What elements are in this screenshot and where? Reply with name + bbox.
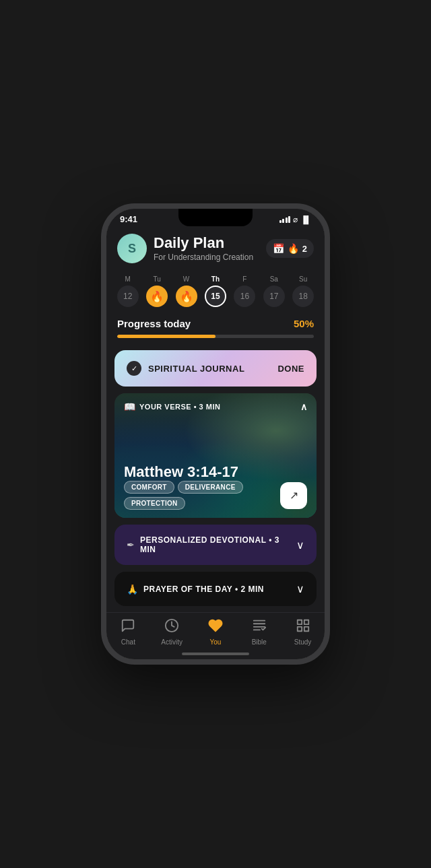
cal-circle-sat: 17 xyxy=(263,286,285,307)
cal-label-sun: Su xyxy=(299,275,307,283)
verse-title: Matthew 3:14-17 xyxy=(124,463,307,481)
nav-label-you: You xyxy=(210,638,222,646)
verse-tags-row: COMFORT DELIVERANCE PROTECTION ↗ xyxy=(124,481,307,510)
cal-label-tue: Tu xyxy=(153,275,160,283)
nav-item-activity[interactable]: Activity xyxy=(155,618,189,646)
devotional-card[interactable]: ✒ PERSONALIZED DEVOTIONAL • 3 MIN ∨ xyxy=(114,525,317,565)
prayer-card[interactable]: 🙏 PRAYER OF THE DAY • 2 MIN ∨ xyxy=(114,572,317,606)
progress-header: Progress today 50% xyxy=(117,318,314,329)
tag-deliverance: DELIVERANCE xyxy=(178,481,243,494)
chevron-down-icon: ∨ xyxy=(296,539,304,552)
cal-day-wed[interactable]: W 🔥 xyxy=(176,275,197,307)
cal-circle-sun: 18 xyxy=(292,286,314,307)
you-heart-icon xyxy=(208,618,223,636)
calendar-icon: 📅 xyxy=(273,243,284,254)
spiritual-journal-card[interactable]: ✓ SPIRITUAL JOURNAL DONE xyxy=(114,350,317,387)
battery-icon: ▐▌ xyxy=(300,215,311,224)
verse-arrow-button[interactable]: ↗ xyxy=(280,482,307,509)
cal-circle-wed: 🔥 xyxy=(176,286,197,307)
cards-container: ✓ SPIRITUAL JOURNAL DONE 📖 YOUR VERSE • … xyxy=(106,343,325,612)
page-title: Daily Plan xyxy=(154,235,253,251)
cal-day-thu[interactable]: Th 15 xyxy=(205,275,226,307)
book-icon: 📖 xyxy=(124,401,135,412)
chevron-up-icon[interactable]: ∧ xyxy=(300,401,307,412)
cal-day-sun[interactable]: Su 18 xyxy=(292,275,314,307)
progress-section: Progress today 50% xyxy=(106,310,325,343)
signal-bars-icon xyxy=(279,216,291,223)
status-time: 9:41 xyxy=(120,214,137,224)
nav-label-chat: Chat xyxy=(121,638,135,646)
cal-day-fri[interactable]: F 16 xyxy=(234,275,255,307)
nav-label-activity: Activity xyxy=(161,638,183,646)
header-title-block: Daily Plan For Understanding Creation xyxy=(154,235,253,261)
cal-label-wed: W xyxy=(183,275,189,283)
page-subtitle: For Understanding Creation xyxy=(154,253,253,262)
spiritual-title: SPIRITUAL JOURNAL xyxy=(148,364,244,374)
cal-label-mon: M xyxy=(125,275,131,283)
svg-rect-2 xyxy=(304,620,308,624)
study-icon xyxy=(296,618,310,636)
tag-protection: PROTECTION xyxy=(124,497,185,510)
scroll-content[interactable]: S Daily Plan For Understanding Creation … xyxy=(106,227,325,612)
prayer-title: PRAYER OF THE DAY • 2 MIN xyxy=(143,585,264,594)
cal-day-tue[interactable]: Tu 🔥 xyxy=(146,275,168,307)
verse-header-left: 📖 YOUR VERSE • 3 MIN xyxy=(124,401,220,412)
tag-comfort: COMFORT xyxy=(124,481,174,494)
prayer-hands-icon: 🙏 xyxy=(127,584,138,595)
cal-circle-thu: 15 xyxy=(205,286,226,307)
verse-content: 📖 YOUR VERSE • 3 MIN ∧ Matthew 3:14-17 C… xyxy=(114,393,317,518)
svg-rect-1 xyxy=(297,620,301,624)
verse-bottom: Matthew 3:14-17 COMFORT DELIVERANCE PROT… xyxy=(124,463,307,510)
check-icon: ✓ xyxy=(127,361,141,376)
cal-circle-mon: 12 xyxy=(117,286,139,307)
phone-screen: 9:41 ⌀ ▐▌ S Daily Plan xyxy=(106,209,325,659)
cal-circle-tue: 🔥 xyxy=(146,286,168,307)
bible-icon xyxy=(252,618,267,636)
activity-icon xyxy=(164,618,179,636)
header-left: S Daily Plan For Understanding Creation xyxy=(117,234,253,263)
progress-bar xyxy=(117,335,314,338)
nav-item-bible[interactable]: Bible xyxy=(242,618,276,646)
phone-shell: 9:41 ⌀ ▐▌ S Daily Plan xyxy=(101,203,330,665)
progress-label: Progress today xyxy=(117,318,191,329)
verse-header: 📖 YOUR VERSE • 3 MIN ∧ xyxy=(124,401,307,412)
prayer-left: 🙏 PRAYER OF THE DAY • 2 MIN xyxy=(127,584,264,595)
wifi-icon: ⌀ xyxy=(293,215,298,224)
cal-label-thu: Th xyxy=(211,275,220,283)
done-label: DONE xyxy=(277,364,304,374)
devotional-title: PERSONALIZED DEVOTIONAL • 3 MIN xyxy=(140,535,296,554)
nav-label-bible: Bible xyxy=(252,638,267,646)
chat-icon xyxy=(121,618,135,636)
nav-item-chat[interactable]: Chat xyxy=(111,618,145,646)
feather-icon: ✒ xyxy=(127,539,135,550)
home-indicator xyxy=(182,653,249,655)
streak-flame-icon: 🔥 xyxy=(288,243,299,254)
avatar[interactable]: S xyxy=(117,234,147,263)
streak-badge[interactable]: 📅 🔥 2 xyxy=(266,239,314,258)
nav-item-you[interactable]: You xyxy=(199,618,232,646)
header: S Daily Plan For Understanding Creation … xyxy=(106,227,325,271)
verse-tags: COMFORT DELIVERANCE PROTECTION xyxy=(124,481,275,510)
cal-label-fri: F xyxy=(242,275,246,283)
cal-day-sat[interactable]: Sa 17 xyxy=(263,275,285,307)
cal-label-sat: Sa xyxy=(270,275,278,283)
progress-percent: 50% xyxy=(294,318,314,329)
svg-rect-3 xyxy=(297,627,301,631)
cal-day-mon[interactable]: M 12 xyxy=(117,275,139,307)
cal-circle-fri: 16 xyxy=(234,286,255,307)
progress-bar-fill xyxy=(117,335,216,338)
spiritual-left: ✓ SPIRITUAL JOURNAL xyxy=(127,361,244,376)
streak-count: 2 xyxy=(302,244,307,254)
status-icons: ⌀ ▐▌ xyxy=(279,215,311,224)
svg-rect-4 xyxy=(304,627,308,631)
verse-label: YOUR VERSE • 3 MIN xyxy=(139,403,220,411)
nav-item-study[interactable]: Study xyxy=(286,618,320,646)
nav-label-study: Study xyxy=(294,638,312,646)
verse-card[interactable]: 📖 YOUR VERSE • 3 MIN ∧ Matthew 3:14-17 C… xyxy=(114,393,317,518)
notch xyxy=(178,209,253,226)
prayer-chevron-icon: ∨ xyxy=(296,582,304,595)
devotional-left: ✒ PERSONALIZED DEVOTIONAL • 3 MIN xyxy=(127,535,296,554)
calendar-row: M 12 Tu 🔥 W 🔥 Th 15 F 16 xyxy=(106,271,325,310)
